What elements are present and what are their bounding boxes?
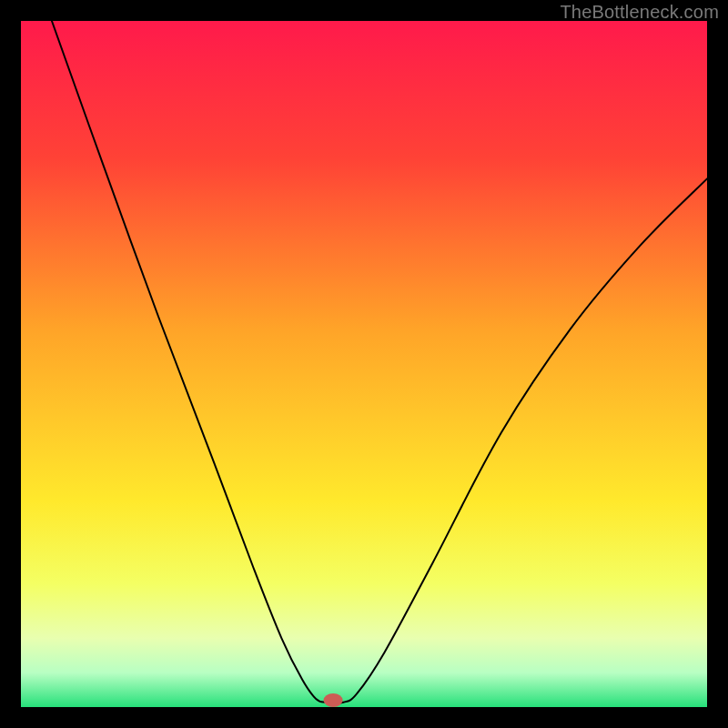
watermark-label: TheBottleneck.com <box>560 2 719 23</box>
plot-area <box>21 21 707 707</box>
chart-frame: TheBottleneck.com <box>0 0 728 728</box>
gradient-background <box>21 21 707 707</box>
chart-svg <box>21 21 707 707</box>
optimal-point-marker <box>324 693 343 707</box>
